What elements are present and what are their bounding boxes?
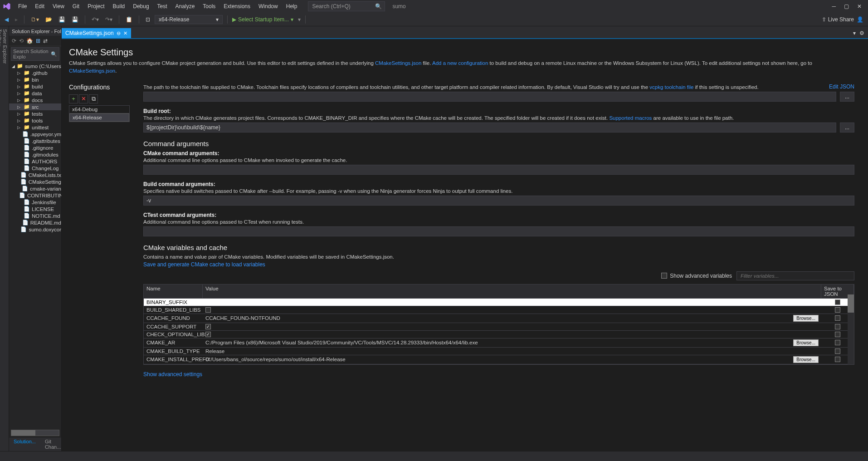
browse-button[interactable]: Browse... <box>793 356 819 363</box>
tree-item[interactable]: 📄ChangeLog <box>9 165 61 172</box>
tree-item[interactable]: 📄cmake-varian <box>9 185 61 192</box>
search-input[interactable]: Search (Ctrl+Q) 🔍 <box>308 1 385 11</box>
tree-item[interactable]: 📄.gitmodules <box>9 151 61 158</box>
value-checkbox[interactable] <box>205 307 211 313</box>
save-checkbox[interactable] <box>835 307 840 313</box>
h-scrollbar[interactable] <box>11 430 59 436</box>
home2-icon[interactable]: 🏠 <box>26 38 33 44</box>
browse-button[interactable]: ... <box>840 92 854 102</box>
toolchain-input[interactable] <box>143 92 836 102</box>
save-checkbox[interactable] <box>835 340 840 345</box>
save-checkbox[interactable] <box>835 348 840 354</box>
redo-button[interactable]: ↷▾ <box>103 15 114 24</box>
menu-extensions[interactable]: Extensions <box>220 1 254 11</box>
server-explorer-tab[interactable]: Server Explorer <box>2 29 8 444</box>
menu-help[interactable]: Help <box>283 1 301 11</box>
table-row[interactable]: CCACHE_FOUNDCCACHE_FOUND-NOTFOUNDBrowse.… <box>144 314 854 323</box>
save-cache-link[interactable]: Save and generate CMake cache to load va… <box>143 261 265 268</box>
tree-item[interactable]: 📄Jenkinsfile <box>9 199 61 206</box>
macros-link[interactable]: Supported macros <box>609 115 652 121</box>
tree-item[interactable]: 📄CMakeSetting <box>9 178 61 185</box>
menu-test[interactable]: Test <box>154 1 171 11</box>
filter-input[interactable] <box>736 271 854 280</box>
value-checkbox[interactable] <box>205 332 211 337</box>
build-args-input[interactable] <box>143 196 854 206</box>
tree-item[interactable]: ▷📁unittest <box>9 124 61 131</box>
config-item[interactable]: x64-Release <box>69 113 129 122</box>
menu-file[interactable]: File <box>15 1 30 11</box>
vcpkg-link[interactable]: vcpkg toolchain file <box>649 84 693 90</box>
tree-item[interactable]: ▷📁src <box>9 103 61 110</box>
account-icon[interactable]: 👤 <box>857 16 863 23</box>
menu-window[interactable]: Window <box>255 1 282 11</box>
sync-icon[interactable]: ⇄ <box>43 38 48 44</box>
close-tab-icon[interactable]: ✕ <box>123 30 127 36</box>
table-row[interactable]: CCACHE_SUPPORT <box>144 323 854 331</box>
close-icon[interactable]: ✕ <box>857 3 862 10</box>
table-row[interactable]: BINARY_SUFFIX <box>144 299 854 306</box>
editor-tab[interactable]: CMakeSettings.json ⊖ ✕ <box>62 28 131 38</box>
add-config-link[interactable]: Add a new configuration <box>432 60 488 66</box>
save-checkbox[interactable] <box>835 315 840 321</box>
menu-debug[interactable]: Debug <box>129 1 152 11</box>
cmake-args-input[interactable] <box>143 165 854 175</box>
save-checkbox[interactable] <box>835 324 840 329</box>
tree-item[interactable]: ▷📁docs <box>9 97 61 103</box>
show-advanced-link[interactable]: Show advanced settings <box>143 371 202 378</box>
pin-icon[interactable]: ⊖ <box>117 30 121 36</box>
copy-config-button[interactable]: ⧉ <box>89 94 98 103</box>
browse-button[interactable]: Browse... <box>793 315 819 322</box>
buildroot-input[interactable] <box>143 123 836 132</box>
save-checkbox[interactable] <box>835 299 840 305</box>
menu-tools[interactable]: Tools <box>199 1 219 11</box>
tree-item[interactable]: 📄.gitattributes <box>9 137 61 144</box>
sidebar-search[interactable]: Search Solution Explo🔍 <box>11 47 59 61</box>
tree-item[interactable]: ▷📁bin <box>9 76 61 83</box>
tree-item[interactable]: 📄.gitignore <box>9 144 61 151</box>
tree-item[interactable]: ▷📁tools <box>9 117 61 124</box>
tree-item[interactable]: 📄CONTRIBUTIN <box>9 192 61 199</box>
tree-item[interactable]: 📄NOTICE.md <box>9 212 61 219</box>
tree-item[interactable]: 📄CMakeLists.tx <box>9 172 61 178</box>
menu-edit[interactable]: Edit <box>31 1 48 11</box>
tree-item[interactable]: ◢📁sumo (C:\Users\b <box>9 63 61 69</box>
remove-config-button[interactable]: ✕ <box>79 94 88 103</box>
nav-back-button[interactable]: ◀ <box>3 15 10 24</box>
ctest-args-input[interactable] <box>143 226 854 236</box>
cmakesettings-link2[interactable]: CMakeSettings.json <box>69 68 115 74</box>
startup-select[interactable]: ▶ Select Startup Item... ▾ <box>232 16 293 23</box>
save-button[interactable]: 💾 <box>57 15 67 24</box>
minimize-icon[interactable]: ─ <box>832 3 836 10</box>
launch-button[interactable]: 📋 <box>124 15 134 24</box>
table-scrollbar[interactable] <box>848 294 854 364</box>
table-row[interactable]: CMAKE_ARC:/Program Files (x86)/Microsoft… <box>144 338 854 348</box>
open-button[interactable]: 📂 <box>44 15 54 24</box>
value-checkbox[interactable] <box>205 324 211 329</box>
new-button[interactable]: 🗋▾ <box>29 15 41 24</box>
tree-item[interactable]: 📄.appveyor.ym <box>9 131 61 137</box>
save-checkbox[interactable] <box>835 332 840 337</box>
tree-item[interactable]: 📄AUTHORS <box>9 158 61 165</box>
config-select[interactable]: x64-Release▾ <box>155 15 223 24</box>
edit-json-link[interactable]: Edit JSON <box>829 83 854 90</box>
add-config-button[interactable]: + <box>69 94 78 103</box>
cmakesettings-link[interactable]: CMakeSettings.json <box>375 60 421 66</box>
home-icon[interactable]: ⟳ <box>12 38 16 44</box>
refresh-icon[interactable]: ⟲ <box>19 38 24 44</box>
table-row[interactable]: CMAKE_BUILD_TYPERelease <box>144 348 854 355</box>
menu-analyze[interactable]: Analyze <box>172 1 199 11</box>
saveall-button[interactable]: 💾 <box>70 15 80 24</box>
menu-project[interactable]: Project <box>84 1 108 11</box>
table-row[interactable]: BUILD_SHARED_LIBS <box>144 306 854 314</box>
tree-item[interactable]: ▷📁tests <box>9 110 61 117</box>
menu-view[interactable]: View <box>49 1 68 11</box>
tree-item[interactable]: 📄LICENSE <box>9 206 61 212</box>
tree-item[interactable]: ▷📁data <box>9 90 61 97</box>
target-button[interactable]: ⊡ <box>144 15 152 24</box>
table-row[interactable]: CMAKE_INSTALL_PREFIXC:/Users/bans_ol/sou… <box>144 355 854 364</box>
tab-dropdown-icon[interactable]: ▾ <box>853 30 856 36</box>
collapse-icon[interactable]: ⊞ <box>36 38 40 44</box>
nav-fwd-button[interactable]: ▸ <box>13 15 20 24</box>
liveshare-button[interactable]: ⇪ Live Share <box>822 16 854 23</box>
save-checkbox[interactable] <box>835 357 840 362</box>
